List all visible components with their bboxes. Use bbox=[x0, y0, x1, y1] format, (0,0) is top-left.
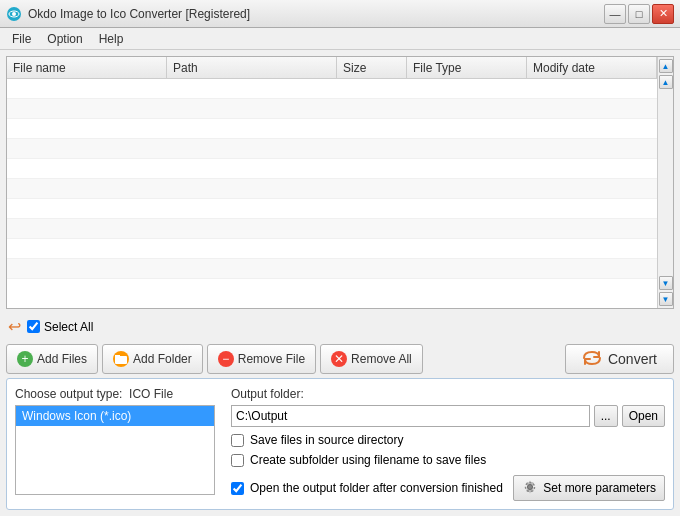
convert-label: Convert bbox=[608, 351, 657, 367]
remove-file-button[interactable]: − Remove File bbox=[207, 344, 316, 374]
table-row bbox=[7, 79, 657, 99]
output-type-item-ico[interactable]: Windows Icon (*.ico) bbox=[16, 406, 214, 426]
remove-file-label: Remove File bbox=[238, 352, 305, 366]
file-table: File name Path Size File Type Modify dat… bbox=[7, 57, 657, 308]
scroll-top-button[interactable]: ▲ bbox=[659, 59, 673, 73]
add-folder-icon bbox=[113, 351, 129, 367]
svg-rect-4 bbox=[115, 355, 120, 357]
app-icon bbox=[6, 6, 22, 22]
col-filetype: File Type bbox=[407, 57, 527, 78]
col-modifydate: Modify date bbox=[527, 57, 657, 78]
btn-toolbar: + Add Files Add Folder − Remove File ✕ R… bbox=[6, 344, 674, 374]
browse-button[interactable]: ... bbox=[594, 405, 618, 427]
scroll-bottom-button[interactable]: ▼ bbox=[659, 292, 673, 306]
remove-all-button[interactable]: ✕ Remove All bbox=[320, 344, 423, 374]
set-more-params-button[interactable]: Set more parameters bbox=[513, 475, 665, 501]
convert-button[interactable]: Convert bbox=[565, 344, 674, 374]
maximize-button[interactable]: □ bbox=[628, 4, 650, 24]
window-controls: — □ ✕ bbox=[604, 4, 674, 24]
create-subfolder-checkbox-row: Create subfolder using filename to save … bbox=[231, 453, 665, 467]
output-folder-input[interactable] bbox=[231, 405, 590, 427]
save-source-label: Save files in source directory bbox=[250, 433, 403, 447]
col-size: Size bbox=[337, 57, 407, 78]
add-folder-button[interactable]: Add Folder bbox=[102, 344, 203, 374]
table-row bbox=[7, 219, 657, 239]
select-all-arrow-icon: ↩ bbox=[8, 317, 21, 336]
table-row bbox=[7, 119, 657, 139]
menu-help[interactable]: Help bbox=[91, 30, 132, 48]
gear-icon bbox=[522, 479, 538, 498]
add-files-label: Add Files bbox=[37, 352, 87, 366]
scroll-down-button[interactable]: ▼ bbox=[659, 276, 673, 290]
bottom-panel: Choose output type: ICO File Windows Ico… bbox=[6, 378, 674, 510]
scrollbar: ▲ ▲ ▼ ▼ bbox=[657, 57, 673, 308]
table-body bbox=[7, 79, 657, 308]
title-bar: Okdo Image to Ico Converter [Registered]… bbox=[0, 0, 680, 28]
select-all-checkbox[interactable] bbox=[27, 320, 40, 333]
col-path: Path bbox=[167, 57, 337, 78]
table-row bbox=[7, 99, 657, 119]
add-files-icon: + bbox=[17, 351, 33, 367]
table-row bbox=[7, 159, 657, 179]
params-row: Open the output folder after conversion … bbox=[231, 475, 665, 501]
svg-rect-3 bbox=[115, 356, 127, 364]
open-output-label: Open the output folder after conversion … bbox=[250, 481, 503, 495]
convert-icon bbox=[582, 349, 602, 370]
select-all-row: ↩ Select All bbox=[6, 313, 674, 340]
table-row bbox=[7, 239, 657, 259]
open-output-checkbox[interactable] bbox=[231, 482, 244, 495]
create-subfolder-label: Create subfolder using filename to save … bbox=[250, 453, 486, 467]
output-folder-label: Output folder: bbox=[231, 387, 665, 401]
create-subfolder-checkbox[interactable] bbox=[231, 454, 244, 467]
output-folder-input-row: ... Open bbox=[231, 405, 665, 427]
output-type-panel: Choose output type: ICO File Windows Ico… bbox=[15, 387, 215, 501]
set-more-params-label: Set more parameters bbox=[543, 481, 656, 495]
scroll-up-button[interactable]: ▲ bbox=[659, 75, 673, 89]
svg-point-2 bbox=[12, 12, 16, 16]
minimize-button[interactable]: — bbox=[604, 4, 626, 24]
save-source-checkbox-row: Save files in source directory bbox=[231, 433, 665, 447]
open-output-checkbox-row: Open the output folder after conversion … bbox=[231, 481, 503, 495]
file-list-container: File name Path Size File Type Modify dat… bbox=[6, 56, 674, 309]
output-type-list[interactable]: Windows Icon (*.ico) bbox=[15, 405, 215, 495]
table-header: File name Path Size File Type Modify dat… bbox=[7, 57, 657, 79]
open-button[interactable]: Open bbox=[622, 405, 665, 427]
window-title: Okdo Image to Ico Converter [Registered] bbox=[28, 7, 250, 21]
output-folder-row: Output folder: ... Open bbox=[231, 387, 665, 427]
add-files-button[interactable]: + Add Files bbox=[6, 344, 98, 374]
col-filename: File name bbox=[7, 57, 167, 78]
output-type-label: Choose output type: ICO File bbox=[15, 387, 215, 401]
close-button[interactable]: ✕ bbox=[652, 4, 674, 24]
table-row bbox=[7, 139, 657, 159]
remove-all-label: Remove All bbox=[351, 352, 412, 366]
remove-file-icon: − bbox=[218, 351, 234, 367]
menu-file[interactable]: File bbox=[4, 30, 39, 48]
add-folder-label: Add Folder bbox=[133, 352, 192, 366]
remove-all-icon: ✕ bbox=[331, 351, 347, 367]
table-row bbox=[7, 199, 657, 219]
table-row bbox=[7, 179, 657, 199]
main-content: File name Path Size File Type Modify dat… bbox=[0, 50, 680, 516]
table-row bbox=[7, 259, 657, 279]
select-all-label: Select All bbox=[44, 320, 93, 334]
select-all-checkbox-label[interactable]: Select All bbox=[27, 320, 93, 334]
menu-option[interactable]: Option bbox=[39, 30, 90, 48]
save-source-checkbox[interactable] bbox=[231, 434, 244, 447]
menu-bar: File Option Help bbox=[0, 28, 680, 50]
output-type-value: ICO File bbox=[129, 387, 173, 401]
right-panel: Output folder: ... Open Save files in so… bbox=[231, 387, 665, 501]
